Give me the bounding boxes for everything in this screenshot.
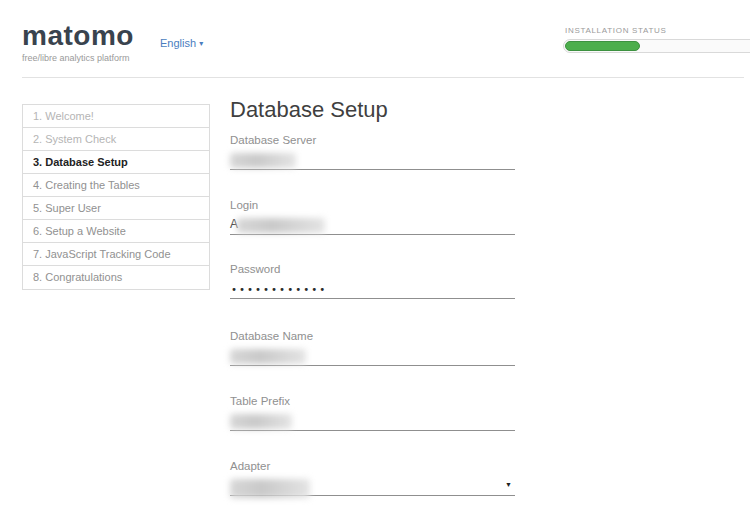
- chevron-down-icon: ▾: [199, 39, 203, 48]
- installation-steps-list: 1. Welcome! 2. System Check 3. Database …: [22, 104, 210, 290]
- logo-wordmark: matomo: [22, 22, 134, 50]
- adapter-select[interactable]: ▼: [230, 476, 515, 496]
- field-login: Login A: [230, 199, 515, 241]
- redacted-value-blur: [230, 414, 292, 429]
- sidebar-item-welcome[interactable]: 1. Welcome!: [23, 105, 209, 128]
- sidebar-item-super-user[interactable]: 5. Super User: [23, 197, 209, 220]
- sidebar-item-congratulations[interactable]: 8. Congratulations: [23, 266, 209, 289]
- sidebar-item-setup-website[interactable]: 6. Setup a Website: [23, 220, 209, 243]
- matomo-logo: matomo free/libre analytics platform: [22, 22, 134, 63]
- field-table-prefix: Table Prefix: [230, 395, 515, 437]
- sidebar-item-js-tracking-code[interactable]: 7. JavaScript Tracking Code: [23, 243, 209, 266]
- database-server-input[interactable]: [230, 150, 515, 170]
- field-password: Password ••••••••••••: [230, 263, 515, 305]
- redacted-value-blur: [230, 349, 306, 364]
- language-selector[interactable]: English ▾: [160, 37, 203, 49]
- language-selector-label: English: [160, 37, 196, 49]
- select-dropdown-arrow-icon: ▼: [505, 481, 512, 488]
- field-database-server: Database Server: [230, 134, 515, 176]
- login-label: Login: [230, 199, 515, 211]
- database-name-input[interactable]: [230, 346, 515, 366]
- sidebar-item-system-check[interactable]: 2. System Check: [23, 128, 209, 151]
- field-database-name: Database Name: [230, 330, 515, 372]
- login-input[interactable]: A: [230, 215, 515, 235]
- header-divider: [22, 77, 744, 78]
- installation-progress-fill: [565, 41, 640, 51]
- database-server-label: Database Server: [230, 134, 515, 146]
- installation-status-label: INSTALLATION STATUS: [565, 26, 667, 35]
- redacted-value-blur: [230, 153, 296, 168]
- table-prefix-input[interactable]: [230, 411, 515, 431]
- table-prefix-label: Table Prefix: [230, 395, 515, 407]
- password-label: Password: [230, 263, 515, 275]
- page-title: Database Setup: [230, 97, 388, 123]
- password-masked-value: ••••••••••••: [231, 284, 327, 295]
- password-input[interactable]: ••••••••••••: [230, 279, 515, 299]
- adapter-label: Adapter: [230, 460, 515, 472]
- field-adapter: Adapter ▼: [230, 460, 515, 502]
- sidebar-item-creating-tables[interactable]: 4. Creating the Tables: [23, 174, 209, 197]
- redacted-value-blur: [230, 479, 310, 498]
- sidebar-item-database-setup[interactable]: 3. Database Setup: [23, 151, 209, 174]
- matomo-install-database-setup-page: { "header": { "logo_text": "matomo", "lo…: [0, 0, 750, 520]
- installation-progress-bar: [563, 39, 750, 53]
- logo-tagline: free/libre analytics platform: [22, 53, 134, 63]
- redacted-value-blur: [237, 218, 325, 233]
- database-name-label: Database Name: [230, 330, 515, 342]
